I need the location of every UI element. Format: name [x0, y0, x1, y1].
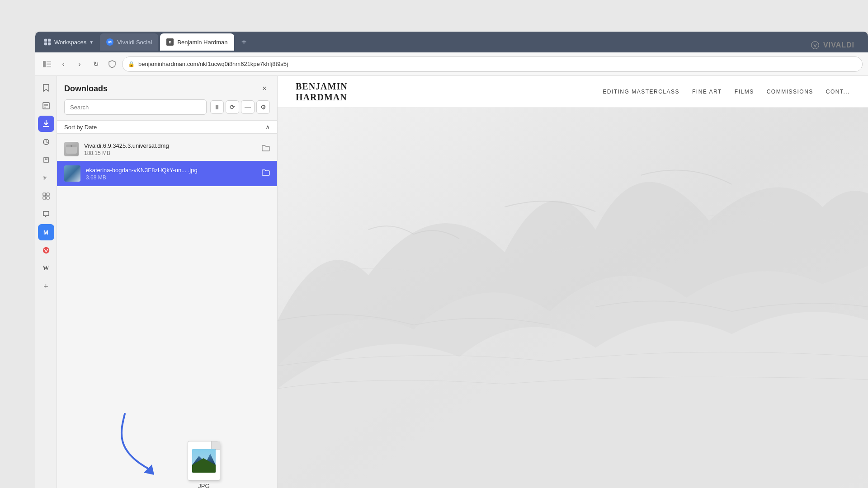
tab-benjamin-hardman[interactable]: B Benjamin Hardman [160, 33, 234, 51]
nav-films[interactable]: FILMS [735, 89, 754, 95]
new-tab-button[interactable]: + [238, 36, 250, 48]
svg-rect-7 [47, 63, 51, 65]
download-list: Vivaldi.6.9.3425.3.universal.dmg 188.15 … [57, 134, 277, 314]
bh-tab-icon: B [166, 38, 174, 46]
download-item-jpg[interactable]: ekaterina-bogdan-vKN3F8zHQkY-un... .jpg … [57, 161, 277, 186]
tab-vivaldi-social[interactable]: M Vivaldi Social [100, 33, 158, 51]
vivaldi-branding: VIVALDI [778, 32, 868, 59]
minus-icon: — [245, 103, 251, 111]
history-downloads-button[interactable]: ⟳ [226, 100, 239, 114]
svg-rect-4 [48, 42, 51, 45]
downloads-search-input[interactable] [64, 99, 207, 115]
settings-downloads-button[interactable]: ⚙ [256, 100, 270, 114]
sidebar-toggle-button[interactable] [41, 58, 53, 70]
translate-icon: ✳ [42, 174, 50, 182]
folder-icon [262, 145, 270, 152]
jpg-size: 3.68 MB [86, 174, 256, 181]
reader-icon [42, 102, 50, 109]
vivaldi-text: VIVALDI [823, 41, 854, 49]
svg-rect-8 [47, 66, 51, 67]
svg-rect-1 [44, 39, 47, 42]
dmg-folder-button[interactable] [262, 145, 270, 154]
sidebar-translate-button[interactable]: ✳ [38, 170, 54, 186]
sidebar-downloads-button[interactable] [38, 116, 54, 132]
site-logo-line2: HARDMAN [296, 92, 348, 103]
sidebar-bookmarks-button[interactable] [38, 80, 54, 96]
sidebar-notes-button[interactable] [38, 152, 54, 168]
bookmarks-icon [42, 84, 50, 92]
sort-bar[interactable]: Sort by Date ∧ [57, 120, 277, 134]
jpg-file-icon: JPG [184, 441, 224, 488]
jpg-info: ekaterina-bogdan-vKN3F8zHQkY-un... .jpg … [86, 167, 256, 181]
sidebar-icons: ✳ M [35, 76, 57, 488]
jpg-folder-button[interactable] [262, 169, 270, 178]
site-nav-links: EDITING MASTERCLASS FINE ART FILMS COMMI… [603, 89, 850, 95]
desktop-top-strip [0, 0, 868, 32]
panel-action-buttons: ⏸ ⟳ — ⚙ [210, 100, 270, 114]
workspaces-chevron-icon: ▼ [89, 40, 94, 45]
sort-chevron-icon: ∧ [265, 123, 270, 131]
panel-title: Downloads [64, 84, 108, 94]
chat-icon [42, 211, 50, 218]
mastodon-tab-icon: M [106, 38, 113, 46]
vivaldi-logo-icon [811, 41, 820, 50]
svg-rect-5 [43, 61, 46, 67]
drop-zone: JPG + [57, 314, 277, 488]
svg-rect-18 [43, 197, 46, 199]
sort-label: Sort by Date [64, 124, 97, 131]
nav-fine-art[interactable]: FINE ART [692, 89, 722, 95]
sidebar-wikipedia-button[interactable]: W [38, 260, 54, 277]
dmg-thumbnail [64, 142, 79, 156]
sidebar-add-button[interactable]: + [38, 278, 54, 295]
sidebar-chat-button[interactable] [38, 206, 54, 222]
history-icon [42, 138, 50, 145]
reload-button[interactable]: ↻ [90, 58, 102, 70]
workspaces-icon [43, 38, 52, 46]
svg-rect-6 [47, 61, 51, 62]
site-logo-line1: BENJAMIN [296, 81, 348, 92]
workspaces-button[interactable]: Workspaces ▼ [39, 35, 98, 49]
sidebar-vivaldi-button[interactable] [38, 242, 54, 258]
windows-icon [42, 192, 50, 200]
website-content: BENJAMIN HARDMAN EDITING MASTERCLASS FIN… [278, 76, 868, 488]
svg-point-23 [71, 145, 72, 147]
dmg-icon [65, 143, 78, 155]
notes-icon [42, 156, 50, 164]
desktop-left-strip [0, 0, 35, 488]
browser-window: VIVALDI Workspaces ▼ M Vivaldi Social B [35, 32, 868, 488]
tab-vivaldi-social-label: Vivaldi Social [117, 39, 152, 46]
svg-rect-16 [43, 193, 46, 196]
pause-icon: ⏸ [214, 103, 220, 111]
vivaldi-brand-icon [42, 246, 50, 254]
panel-close-button[interactable]: × [259, 83, 270, 94]
dmg-size: 188.15 MB [84, 150, 256, 156]
minus-downloads-button[interactable]: — [241, 100, 255, 114]
lock-icon: 🔒 [128, 61, 135, 67]
svg-rect-19 [47, 197, 49, 199]
dmg-filename: Vivaldi.6.9.3425.3.universal.dmg [84, 142, 256, 149]
hero-svg [278, 108, 868, 488]
downloads-panel: Downloads × ⏸ ⟳ — [57, 76, 278, 488]
sidebar-history-button[interactable] [38, 134, 54, 150]
nav-editing-masterclass[interactable]: EDITING MASTERCLASS [603, 89, 679, 95]
nav-contact[interactable]: CONT... [826, 89, 850, 95]
svg-rect-2 [48, 39, 51, 42]
nav-commissions[interactable]: COMMISSIONS [767, 89, 813, 95]
jpg-file-label: JPG [198, 483, 209, 488]
forward-button[interactable]: › [73, 58, 86, 70]
reload-icon: ↻ [93, 60, 99, 68]
svg-marker-24 [144, 465, 154, 475]
download-item-dmg[interactable]: Vivaldi.6.9.3425.3.universal.dmg 188.15 … [57, 137, 277, 161]
sidebar-mastodon-button[interactable]: M [38, 224, 54, 240]
shield-button[interactable] [106, 58, 118, 70]
sidebar-reader-button[interactable] [38, 98, 54, 114]
site-logo: BENJAMIN HARDMAN [296, 81, 348, 103]
back-button[interactable]: ‹ [57, 58, 70, 70]
pause-downloads-button[interactable]: ⏸ [210, 100, 224, 114]
tab-benjamin-hardman-label: Benjamin Hardman [177, 39, 227, 46]
sidebar-windows-button[interactable] [38, 188, 54, 204]
dmg-info: Vivaldi.6.9.3425.3.universal.dmg 188.15 … [84, 142, 256, 156]
add-panel-icon: + [43, 282, 48, 291]
address-bar[interactable]: 🔒 benjaminhardman.com/nkf1ucwq0i8hm621kp… [122, 56, 863, 72]
close-icon: × [262, 84, 266, 93]
